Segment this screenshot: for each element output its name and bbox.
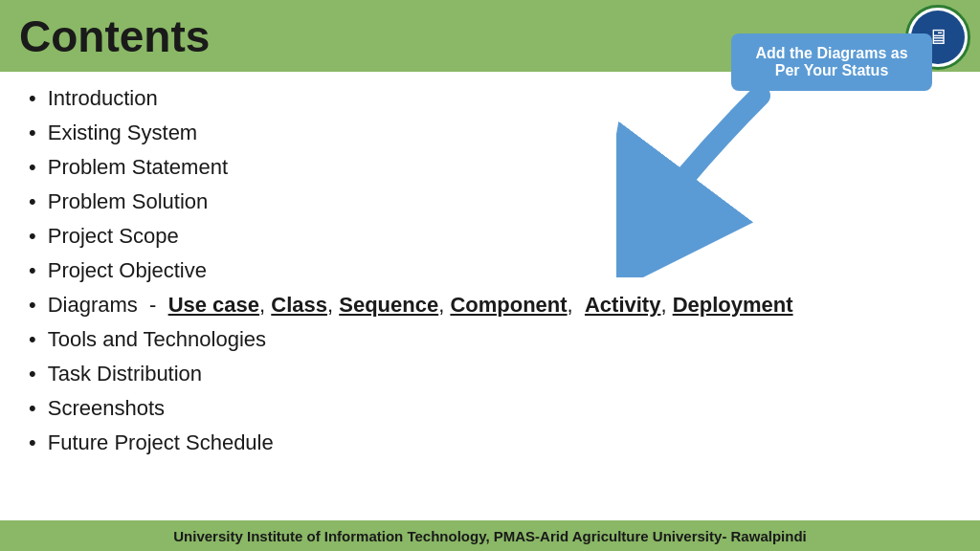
page-title: Contents bbox=[19, 11, 210, 62]
list-item-text: Problem Statement bbox=[48, 155, 228, 180]
list-item-text: Task Distribution bbox=[48, 362, 202, 386]
footer-bar: University Institute of Information Tech… bbox=[0, 520, 980, 551]
list-item-introduction: Introduction bbox=[29, 81, 951, 116]
diagram-link-class[interactable]: Class bbox=[271, 293, 327, 317]
list-item-future-schedule: Future Project Schedule bbox=[29, 426, 951, 460]
diagram-link-deployment[interactable]: Deployment bbox=[673, 293, 793, 317]
list-item-diagrams: Diagrams - Use case, Class, Sequence, Co… bbox=[29, 288, 951, 322]
list-item-text: Introduction bbox=[48, 86, 158, 111]
list-item-screenshots: Screenshots bbox=[29, 391, 951, 426]
list-item-problem-solution: Problem Solution bbox=[29, 185, 951, 219]
list-item-text: Project Scope bbox=[48, 224, 179, 249]
list-item-existing-system: Existing System bbox=[29, 116, 951, 150]
diagram-link-component[interactable]: Component bbox=[450, 293, 567, 317]
list-item-text: Tools and Technologies bbox=[48, 327, 266, 352]
list-item-problem-statement: Problem Statement bbox=[29, 150, 951, 185]
list-item-tools: Tools and Technologies bbox=[29, 322, 951, 357]
list-item-task-distribution: Task Distribution bbox=[29, 357, 951, 391]
diagram-link-activity[interactable]: Activity bbox=[585, 293, 660, 317]
list-item-text: Future Project Schedule bbox=[48, 430, 274, 455]
list-item-text: Project Objective bbox=[48, 258, 207, 283]
diagrams-line: Diagrams - Use case, Class, Sequence, Co… bbox=[48, 293, 793, 318]
main-content: Introduction Existing System Problem Sta… bbox=[0, 72, 980, 470]
diagram-link-sequence[interactable]: Sequence bbox=[339, 293, 438, 317]
footer-text: University Institute of Information Tech… bbox=[173, 528, 806, 544]
list-item-text: Problem Solution bbox=[48, 189, 209, 214]
content-list: Introduction Existing System Problem Sta… bbox=[29, 81, 951, 460]
diagram-link-usecase[interactable]: Use case bbox=[168, 293, 259, 317]
list-item-text: Screenshots bbox=[48, 396, 165, 421]
list-item-project-scope: Project Scope bbox=[29, 219, 951, 253]
list-item-text: Existing System bbox=[48, 121, 198, 145]
list-item-project-objective: Project Objective bbox=[29, 253, 951, 288]
